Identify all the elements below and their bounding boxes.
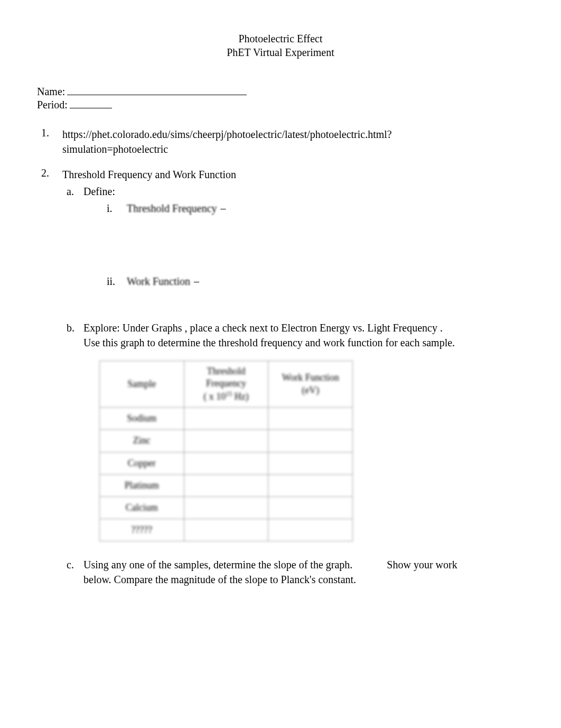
sub-2c-line2: below. Compare the magnitude of the slop… [83, 572, 524, 587]
cell-threshold[interactable] [184, 496, 268, 519]
student-info: Name: Period: [37, 86, 524, 111]
threshold-unit-end: Hz) [232, 391, 248, 402]
threshold-line1: Threshold [207, 366, 245, 376]
data-table: Sample Threshold Frequency ( x 1015 Hz) … [99, 361, 353, 541]
item-2-content: Threshold Frequency and Work Function a.… [62, 167, 524, 587]
cell-sample: Calcium [100, 496, 184, 519]
table-row: Copper [100, 452, 353, 474]
threshold-line2: Frequency [206, 378, 246, 389]
sub-2b-line1: Explore: Under Graphs , place a check ne… [83, 320, 524, 335]
cell-sample: Platinum [100, 474, 184, 496]
header-work: Work Function (eV) [268, 361, 353, 408]
roman-ii-dash: – [194, 275, 199, 287]
roman-list-2a: i. Threshold Frequency – ii. Work Functi… [83, 201, 524, 289]
roman-item-ii: ii. Work Function – [126, 274, 524, 289]
work-line2: (eV) [302, 385, 319, 395]
sub-2c-marker: c. [67, 557, 74, 572]
table-row: Sodium [100, 408, 353, 430]
table-row: Zinc [100, 430, 353, 452]
sub-2b-line2: Use this graph to determine the threshol… [83, 335, 524, 350]
table-body: Sodium Zinc Copper [100, 408, 353, 541]
cell-work[interactable] [268, 496, 353, 519]
name-label: Name: [37, 86, 65, 98]
cell-work[interactable] [268, 430, 353, 452]
item-1-marker: 1. [41, 127, 49, 139]
threshold-frequency-term: Threshold Frequency [126, 201, 218, 216]
roman-i-marker: i. [107, 201, 113, 216]
main-list: 1. https://phet.colorado.edu/sims/cheerp… [37, 127, 524, 587]
cell-threshold[interactable] [184, 474, 268, 496]
cell-sample: ????? [100, 519, 184, 541]
work-function-term: Work Function [126, 274, 191, 289]
cell-work[interactable] [268, 408, 353, 430]
name-line: Name: [37, 86, 524, 98]
cell-threshold[interactable] [184, 519, 268, 541]
name-blank[interactable] [67, 86, 247, 95]
roman-item-i: i. Threshold Frequency – [126, 201, 524, 216]
cell-threshold[interactable] [184, 452, 268, 474]
period-line: Period: [37, 99, 524, 111]
sub-2c-line1: Using any one of the samples, determine … [83, 557, 524, 572]
data-table-wrap: Sample Threshold Frequency ( x 1015 Hz) … [99, 361, 524, 541]
sub-2c-line1b: Show your work [387, 557, 457, 572]
header-sample: Sample [100, 361, 184, 408]
period-blank[interactable] [70, 99, 112, 108]
list-item-1: 1. https://phet.colorado.edu/sims/cheerp… [62, 127, 524, 156]
item-1-content: https://phet.colorado.edu/sims/cheerpj/p… [62, 127, 524, 156]
url-line-1: https://phet.colorado.edu/sims/cheerpj/p… [62, 127, 524, 142]
cell-work[interactable] [268, 452, 353, 474]
cell-sample: Copper [100, 452, 184, 474]
cell-threshold[interactable] [184, 430, 268, 452]
table-header-row: Sample Threshold Frequency ( x 1015 Hz) … [100, 361, 353, 408]
threshold-exp: 15 [226, 390, 232, 398]
cell-work[interactable] [268, 474, 353, 496]
table-row: Platinum [100, 474, 353, 496]
item-2-marker: 2. [41, 167, 49, 179]
sub-list-2: a. Define: i. Threshold Frequency – ii. … [62, 184, 524, 587]
sub-item-2a: a. Define: i. Threshold Frequency – ii. … [83, 184, 524, 289]
title-line-1: Photoelectric Effect [37, 32, 524, 45]
cell-sample: Sodium [100, 408, 184, 430]
cell-sample: Zinc [100, 430, 184, 452]
roman-i-dash: – [221, 202, 226, 214]
period-label: Period: [37, 99, 68, 111]
cell-work[interactable] [268, 519, 353, 541]
table-row: Calcium [100, 496, 353, 519]
sub-item-2c: c. Using any one of the samples, determi… [83, 557, 524, 587]
work-line1: Work Function [282, 372, 339, 383]
document-header: Photoelectric Effect PhET Virtual Experi… [37, 32, 524, 59]
title-line-2: PhET Virtual Experiment [37, 45, 524, 59]
cell-threshold[interactable] [184, 408, 268, 430]
url-line-2: simulation=photoelectric [62, 142, 524, 156]
roman-ii-marker: ii. [107, 274, 115, 289]
threshold-unit-start: ( x 10 [203, 391, 226, 402]
item-2-title: Threshold Frequency and Work Function [62, 169, 236, 180]
sub-2a-label: Define: [83, 186, 115, 197]
table-row: ????? [100, 519, 353, 541]
list-item-2: 2. Threshold Frequency and Work Function… [62, 167, 524, 587]
sub-item-2b: b. Explore: Under Graphs , place a check… [83, 320, 524, 541]
sub-2a-marker: a. [67, 184, 74, 199]
sub-2c-line1a: Using any one of the samples, determine … [83, 559, 352, 570]
header-threshold: Threshold Frequency ( x 1015 Hz) [184, 361, 268, 408]
sub-2b-marker: b. [67, 320, 74, 335]
